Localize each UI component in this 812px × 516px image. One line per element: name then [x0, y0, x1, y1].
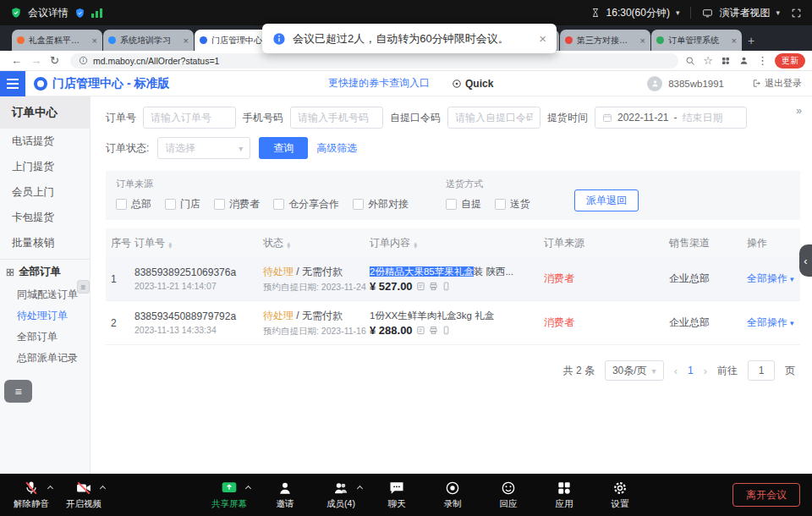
tab-close-icon[interactable]: × [732, 36, 737, 46]
delivery-option-checkbox[interactable]: 送货 [495, 197, 530, 211]
checkbox-icon[interactable] [116, 199, 127, 210]
current-page[interactable]: 1 [688, 365, 694, 376]
sidebar-group-all-orders[interactable]: 全部订单 [0, 259, 90, 284]
date-range-picker[interactable]: 2022-11-21 - 结束日期 [595, 107, 747, 129]
profile-icon[interactable] [738, 55, 749, 66]
order-status-select[interactable]: 请选择 ▾ [157, 137, 250, 159]
sidebar-section-order-center[interactable]: 订单中心 [0, 96, 90, 129]
sidebar-item-door-pickup[interactable]: 上门提货 [0, 154, 90, 179]
next-page-button[interactable]: › [704, 365, 707, 377]
share-screen-button[interactable]: 共享屏幕 [210, 480, 249, 510]
col-status[interactable]: 状态▲▼ [263, 236, 370, 250]
caret-up-icon[interactable] [100, 486, 106, 491]
meeting-detail-button[interactable]: 会议详情 [28, 6, 69, 20]
checkbox-icon[interactable] [165, 199, 176, 210]
mobile-icon[interactable] [442, 326, 451, 335]
reactions-button[interactable]: 回应 [489, 480, 528, 510]
note-icon[interactable] [416, 282, 425, 291]
source-option-checkbox[interactable]: 总部 [116, 197, 151, 211]
chat-button[interactable]: 聊天 [377, 480, 416, 510]
unmute-button[interactable]: 解除静音 [12, 480, 51, 510]
avatar[interactable] [647, 76, 662, 91]
browser-tab[interactable]: 订单管理系统 × [651, 30, 742, 51]
checkbox-icon[interactable] [446, 199, 457, 210]
tab-close-icon[interactable]: × [640, 36, 645, 46]
print-icon[interactable] [429, 282, 438, 291]
quick-button[interactable]: Quick [452, 78, 493, 90]
search-button[interactable]: 查询 [259, 137, 308, 159]
reload-icon[interactable]: ↻ [50, 54, 59, 67]
fullscreen-icon[interactable] [791, 8, 802, 19]
view-mode-button[interactable]: 演讲者视图 [719, 6, 770, 20]
bookmark-star-icon[interactable]: ☆ [703, 54, 713, 67]
sidebar-item-member-visit[interactable]: 会员上门 [0, 179, 90, 205]
sort-icon[interactable]: ▲▼ [286, 242, 291, 250]
back-icon[interactable]: ← [11, 54, 22, 67]
sidebar-item-batch-verify[interactable]: 批量核销 [0, 230, 90, 255]
timer-caret-icon[interactable]: ▾ [676, 8, 680, 17]
browser-update-badge[interactable]: 更新 [775, 53, 805, 69]
source-option-checkbox[interactable]: 外部对接 [353, 197, 409, 211]
apps-button[interactable]: 应用 [545, 480, 584, 510]
caret-up-icon[interactable] [245, 486, 251, 491]
toast-close-icon[interactable]: × [539, 31, 546, 46]
sidebar-subitem-hq-dispatch-log[interactable]: 总部派单记录 [0, 348, 90, 369]
browser-tab[interactable]: 系统培训学习 × [103, 30, 194, 51]
right-panel-expand-handle[interactable]: ‹ [799, 244, 812, 277]
record-button[interactable]: 录制 [433, 480, 472, 510]
sidebar-item-phone-pickup[interactable]: 电话提货 [0, 129, 90, 154]
browser-menu-icon[interactable]: ⋮ [757, 54, 768, 67]
browser-tab[interactable]: 第三方对接管理平台 × [560, 30, 650, 51]
mobile-icon[interactable] [442, 282, 451, 291]
sort-icon[interactable]: ▲▼ [413, 242, 418, 250]
shield-check-icon[interactable] [74, 8, 85, 19]
print-icon[interactable] [429, 326, 438, 335]
address-bar-input[interactable]: md.maboy.cn/AllOrder?status=1 [70, 53, 678, 69]
sidebar-collapse-handle[interactable]: ≡ [77, 280, 90, 294]
checkbox-icon[interactable] [273, 199, 284, 210]
invite-button[interactable]: 邀请 [266, 480, 304, 510]
pickup-code-input[interactable] [447, 107, 540, 129]
end-date-placeholder[interactable]: 结束日期 [683, 111, 723, 125]
sidebar-subitem-pending-orders[interactable]: 待处理订单 [0, 305, 90, 327]
extensions-icon[interactable] [721, 56, 731, 66]
source-option-checkbox[interactable]: 消费者 [214, 197, 260, 211]
new-tab-button[interactable]: + [748, 34, 754, 47]
col-order-no[interactable]: 订单号▲▼ [134, 236, 263, 250]
dispatch-return-button[interactable]: 派单退回 [574, 189, 639, 211]
page-info-icon[interactable] [79, 56, 88, 65]
sidebar-item-card-pickup[interactable]: 卡包提货 [0, 205, 90, 230]
view-caret-icon[interactable]: ▾ [776, 8, 780, 17]
goto-page-input[interactable] [748, 360, 775, 381]
row-actions-dropdown[interactable]: 全部操作▾ [747, 316, 795, 330]
logout-button[interactable]: 退出登录 [752, 77, 802, 90]
col-content[interactable]: 订单内容▲▼ [370, 236, 544, 250]
tab-close-icon[interactable]: × [92, 36, 97, 46]
search-icon[interactable] [685, 56, 695, 66]
source-option-checkbox[interactable]: 仓分享合作 [273, 197, 339, 211]
prev-page-button[interactable]: ‹ [674, 365, 678, 377]
order-no-input[interactable] [143, 107, 236, 129]
settings-button[interactable]: 设置 [601, 480, 639, 510]
caret-up-icon[interactable] [47, 486, 53, 491]
table-row[interactable]: 2 83859345088979792a 2023-11-13 14:33:34… [106, 301, 800, 345]
page-size-select[interactable]: 30条/页 ▾ [605, 360, 664, 381]
row-actions-dropdown[interactable]: 全部操作▾ [747, 272, 795, 286]
browser-tab[interactable]: 礼盒蛋糕平台管理中心 × [12, 30, 102, 51]
checkbox-icon[interactable] [495, 199, 506, 210]
source-option-checkbox[interactable]: 门店 [165, 197, 200, 211]
sidebar-subitem-all-orders[interactable]: 全部订单 [0, 327, 90, 348]
start-date-value[interactable]: 2022-11-21 [617, 112, 669, 124]
meeting-timer[interactable]: 16:30(60分钟) [606, 6, 670, 20]
phone-input[interactable] [290, 107, 383, 129]
table-row[interactable]: 1 83859389251069376a 2023-11-21 14:14:07… [106, 257, 800, 301]
leave-meeting-button[interactable]: 离开会议 [732, 483, 800, 507]
sort-icon[interactable]: ▲▼ [167, 242, 173, 250]
coupon-query-link[interactable]: 更快捷的券卡查询入口 [328, 76, 430, 91]
meeting-floating-panel-button[interactable]: ≡ [4, 380, 32, 403]
sidebar-toggle-icon[interactable] [0, 71, 25, 96]
caret-up-icon[interactable] [357, 486, 363, 491]
note-icon[interactable] [416, 326, 425, 335]
delivery-option-checkbox[interactable]: 自提 [446, 197, 481, 211]
checkbox-icon[interactable] [214, 199, 225, 210]
